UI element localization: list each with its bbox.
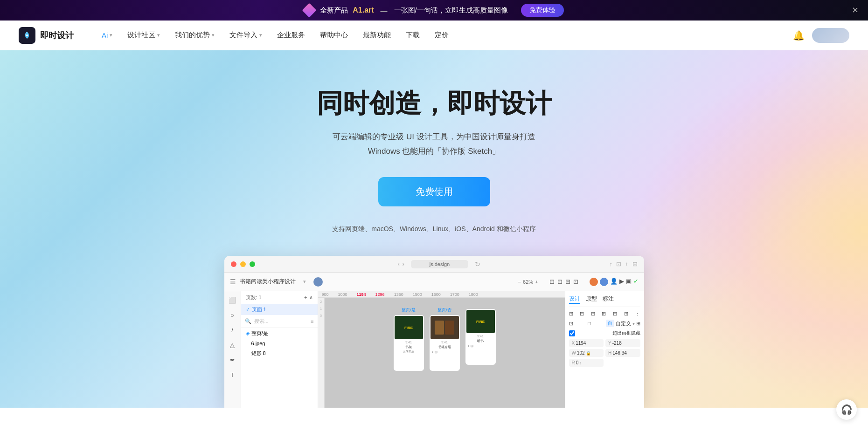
w-label: W — [572, 350, 576, 356]
nav-community-label: 设计社区 — [127, 31, 155, 40]
hero-subtitle-line1: 可云端编辑的专业级 UI 设计工具，为中国设计师量身打造 — [333, 132, 535, 141]
nav-item-ai[interactable]: Ai ▾ — [96, 28, 118, 42]
nav-import-label: 文件导入 — [229, 31, 257, 40]
layers-controls: + ∧ — [304, 294, 312, 301]
status-icon: ✓ — [633, 278, 639, 286]
coord-h: H 146.34 — [605, 349, 640, 357]
banner-new-product: 全新产品 — [320, 6, 348, 15]
triangle-tool-icon: △ — [227, 340, 237, 350]
right-panel-tabs: 设计 原型 标注 — [569, 295, 640, 307]
nav-item-community[interactable]: 设计社区 ▾ — [122, 28, 166, 42]
filter-icon: ≡ — [311, 319, 313, 324]
view-grid-icon: ⊟ — [565, 278, 570, 285]
nav-logo[interactable]: 即时设计 — [19, 27, 74, 44]
right-panel: 设计 原型 标注 ⊞ ⊟ ⊞ ⊞ ⊟ ⊞ ⋮ ⊡ □ 自 — [565, 291, 644, 408]
nav-right: 🔔 — [793, 28, 849, 43]
zoom-control: − 62% + — [518, 279, 538, 285]
menu-icon: ☰ — [230, 278, 236, 286]
hero-section: 同时创造，即时设计 可云端编辑的专业级 UI 设计工具，为中国设计师量身打造 W… — [0, 50, 868, 408]
banner-separator: — — [381, 7, 388, 14]
checkmark-icon: ✓ — [246, 307, 250, 313]
user-avatar-small — [313, 277, 323, 287]
text-tool-icon: T — [227, 369, 237, 380]
nav-item-new-features[interactable]: 最新功能 — [357, 28, 396, 42]
headset-icon: 🎧 — [841, 404, 853, 415]
plus-icon: + — [535, 279, 538, 285]
nav-item-pricing[interactable]: 定价 — [429, 28, 454, 42]
url-bar: js.design — [411, 260, 468, 268]
user-avatar[interactable] — [812, 28, 849, 43]
custom-label-row: 自 自定义 ▾ ⊞ — [606, 320, 640, 327]
y-label: Y — [608, 341, 611, 346]
y-value: -218 — [612, 341, 622, 346]
nav-item-advantages[interactable]: 我们的优势 ▾ — [169, 28, 220, 42]
share-icon: ⊡ — [616, 260, 621, 267]
coord-w: W 102 🔒 — [569, 349, 604, 357]
banner-close-button[interactable]: ✕ — [852, 5, 859, 15]
nav-item-enterprise[interactable]: 企业服务 — [271, 28, 311, 42]
canvas-ruler: 9001000 1194 1296 13501500160017001800 — [318, 291, 565, 298]
banner-brand: A1.art — [353, 6, 374, 14]
tab-design[interactable]: 设计 — [569, 295, 580, 304]
notification-bell-icon[interactable]: 🔔 — [793, 30, 805, 41]
hero-subtitle-line2: Windows 也能用的「协作版 Sketch」 — [368, 147, 500, 156]
x-label: X — [572, 341, 575, 346]
layer-name-1: 整页/是 — [251, 330, 268, 337]
select-tool-icon: ⬜ — [227, 295, 237, 305]
canvas-frame-1: 整页/是 FIRE 9:41 书架 云来书店 — [394, 307, 424, 371]
x-value: 1194 — [576, 341, 586, 346]
tab-prototype[interactable]: 原型 — [586, 295, 597, 304]
frame2-image — [431, 316, 459, 339]
collab-icon: 👤 — [610, 278, 618, 286]
refresh-icon: ↻ — [475, 260, 480, 268]
w-value: 102 — [577, 350, 585, 356]
layer-page-1[interactable]: ✓ 页面 1 — [241, 304, 318, 315]
frame3-content: FIRE 9:41 听书 ‹ ⊡ — [465, 309, 496, 365]
nav-download-label: 下载 — [406, 31, 420, 40]
nav-advantages-label: 我们的优势 — [175, 31, 210, 40]
nav-features-label: 最新功能 — [363, 31, 391, 40]
copy-icon: ⊞ — [632, 260, 638, 267]
support-button[interactable]: 🎧 — [836, 399, 857, 420]
layer-whole-yes[interactable]: ◈ 整页/是 — [241, 328, 318, 339]
canvas-content: 215 整页/是 FIRE 9:41 — [318, 298, 565, 408]
window-main-toolbar: ☰ 书籍阅读类小程序设计 ▾ − 62% + ⊡ ⊡ ⊟ ⊡ 👤 ▶ ▣ ✓ — [224, 273, 644, 291]
tab-annotation[interactable]: 标注 — [603, 295, 614, 304]
nav-menu: Ai ▾ 设计社区 ▾ 我们的优势 ▾ 文件导入 ▾ 企业服务 帮助中心 最新功… — [96, 28, 793, 42]
nav-item-help[interactable]: 帮助中心 — [314, 28, 354, 42]
align-bottom-icon: ⊞ — [624, 311, 628, 317]
nav-item-import[interactable]: 文件导入 ▾ — [224, 28, 268, 42]
nav-import-chevron: ▾ — [259, 32, 262, 38]
window-body: ⬜ ○ / △ ✒ T 页数: 1 + ∧ ✓ 页面 1 — [224, 291, 644, 408]
logo-text: 即时设计 — [40, 30, 74, 41]
canvas-area: 9001000 1194 1296 13501500160017001800 2… — [318, 291, 565, 408]
distribute-icon: ⋮ — [635, 311, 640, 317]
fire-label-3: FIRE — [476, 320, 485, 324]
collab-controls: 👤 ▶ ▣ ✓ — [590, 278, 639, 286]
coords-grid: X 1194 Y -218 W 102 🔒 H 146.34 — [569, 339, 640, 367]
hero-platforms: 支持网页端、macOS、Windows、Linux、iOS、Android 和微… — [0, 225, 868, 233]
search-placeholder: 搜索... — [254, 318, 269, 325]
nav-help-label: 帮助中心 — [320, 31, 348, 40]
banner-cta-button[interactable]: 免费体验 — [521, 4, 564, 17]
layers-panel: 页数: 1 + ∧ ✓ 页面 1 🔍 搜索... ≡ ◈ — [241, 291, 318, 408]
hero-subtitle: 可云端编辑的专业级 UI 设计工具，为中国设计师量身打造 Windows 也能用… — [0, 130, 868, 158]
nav-advantages-chevron: ▾ — [212, 32, 215, 38]
nav-forward-icon: › — [403, 261, 404, 267]
frame1-label: 整页/是 — [402, 307, 416, 313]
custom-badge: 自 — [606, 320, 614, 327]
layers-header: 页数: 1 + ∧ — [241, 291, 318, 304]
overflow-checkbox[interactable] — [569, 330, 575, 336]
window-actions: ↑ ⊡ + ⊞ — [609, 260, 637, 267]
frame2-bookdetail: 9:41 书籍介绍 ‹ ⊡ — [431, 339, 459, 356]
hero-cta-button[interactable]: 免费使用 — [378, 177, 490, 206]
frame-type-label: □ — [588, 321, 591, 326]
coord-y: Y -218 — [605, 339, 640, 347]
layer-jpeg[interactable]: 6.jpeg — [241, 339, 318, 348]
zoom-value: 62% — [523, 279, 533, 285]
frame3-image: FIRE — [466, 310, 495, 333]
banner-diamond-icon — [302, 3, 317, 17]
layer-rect8[interactable]: 矩形 8 — [241, 348, 318, 359]
nav-item-download[interactable]: 下载 — [400, 28, 425, 42]
align-top-icon: ⊞ — [602, 311, 606, 317]
